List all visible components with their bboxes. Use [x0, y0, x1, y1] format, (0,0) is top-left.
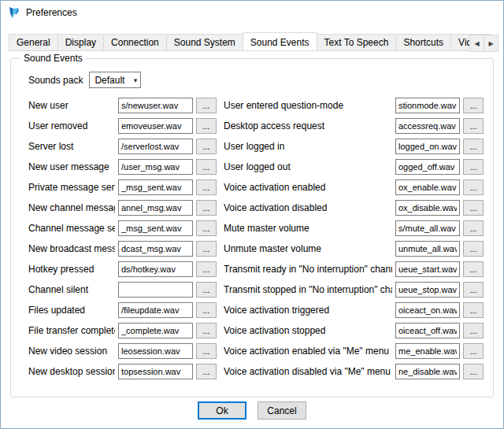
sound-event-label: New desktop session [28, 366, 115, 377]
sound-event-label: Voice activation enabled [224, 182, 392, 193]
browse-button[interactable]: ... [196, 118, 217, 134]
sound-file-input[interactable] [395, 220, 460, 236]
browse-button[interactable]: ... [196, 139, 217, 154]
browse-button[interactable]: ... [196, 261, 217, 277]
browse-button[interactable]: ... [196, 302, 217, 318]
browse-button[interactable]: ... [463, 364, 484, 379]
sound-event-label: New user [28, 100, 115, 111]
sound-file-input[interactable] [395, 179, 460, 195]
sound-file-input[interactable] [395, 302, 460, 318]
sounds-pack-value: Default [94, 75, 124, 86]
sound-event-label: File transfer complete [28, 325, 115, 336]
sound-file-input[interactable] [395, 323, 460, 338]
preferences-window: Preferences GeneralDisplayConnectionSoun… [0, 0, 504, 429]
sound-file-input[interactable] [395, 261, 460, 277]
tab-sound-events[interactable]: Sound Events [243, 32, 317, 51]
sound-file-input[interactable] [118, 200, 193, 216]
sound-file-input[interactable] [395, 200, 460, 216]
browse-button[interactable]: ... [463, 261, 484, 277]
sound-file-input[interactable] [395, 159, 460, 175]
tab-display[interactable]: Display [57, 34, 104, 50]
browse-button[interactable]: ... [196, 241, 217, 257]
sound-event-label: Mute master volume [224, 223, 392, 234]
browse-button[interactable]: ... [196, 159, 217, 175]
tab-sound-system[interactable]: Sound System [166, 34, 243, 50]
sound-file-input[interactable] [118, 364, 193, 379]
sound-event-label: New broadcast message [28, 243, 115, 254]
browse-button[interactable]: ... [196, 282, 217, 298]
tab-bar: GeneralDisplayConnectionSound SystemSoun… [9, 32, 498, 51]
sound-event-label: Private message sent [28, 182, 115, 193]
browse-button[interactable]: ... [463, 200, 484, 216]
sound-file-input[interactable] [395, 282, 460, 298]
browse-button[interactable]: ... [463, 220, 484, 236]
sound-event-label: New user message [28, 161, 115, 172]
tab-shortcuts[interactable]: Shortcuts [395, 34, 451, 50]
sound-event-label: Transmit ready in "No interruption" chan… [224, 264, 392, 275]
sound-event-label: User removed [28, 120, 115, 131]
browse-button[interactable]: ... [196, 364, 217, 379]
cancel-button[interactable]: Cancel [258, 401, 306, 420]
tab-text-to-speech[interactable]: Text To Speech [317, 34, 397, 50]
tab-general[interactable]: General [9, 34, 58, 50]
browse-button[interactable]: ... [196, 179, 217, 195]
browse-button[interactable]: ... [463, 179, 484, 195]
sound-file-input[interactable] [118, 139, 193, 154]
group-title: Sound Events [20, 53, 86, 64]
sounds-pack-select[interactable]: Default ▾ [89, 72, 141, 88]
sound-event-label: User logged out [224, 161, 392, 172]
browse-button[interactable]: ... [463, 323, 484, 338]
sound-file-input[interactable] [395, 343, 460, 359]
browse-button[interactable]: ... [463, 343, 484, 359]
window-title: Preferences [26, 7, 77, 18]
browse-button[interactable]: ... [196, 220, 217, 236]
sounds-pack-row: Sounds pack Default ▾ [28, 72, 487, 88]
sound-event-label: Hotkey pressed [28, 264, 115, 275]
sound-file-input[interactable] [118, 220, 193, 236]
tab-scroll-right-icon[interactable]: ▶ [484, 35, 498, 52]
chevron-down-icon: ▾ [134, 76, 138, 84]
sound-event-label: New video session [28, 346, 115, 357]
browse-button[interactable]: ... [196, 323, 217, 338]
sound-file-input[interactable] [395, 241, 460, 257]
sound-file-input[interactable] [118, 241, 193, 257]
sound-file-input[interactable] [118, 261, 193, 277]
sound-file-input[interactable] [118, 179, 193, 195]
sound-file-input[interactable] [118, 343, 193, 359]
browse-button[interactable]: ... [196, 343, 217, 359]
sound-file-input[interactable] [118, 159, 193, 175]
browse-button[interactable]: ... [196, 200, 217, 216]
titlebar: Preferences [1, 1, 503, 24]
tab-scroll-left-icon[interactable]: ◀ [469, 35, 484, 52]
sound-file-input[interactable] [118, 98, 193, 113]
dialog-footer: Ok Cancel [1, 401, 503, 420]
sound-event-label: Voice activation disabled via "Me" menu [224, 366, 392, 377]
sound-event-label: Voice activation enabled via "Me" menu [224, 346, 392, 357]
browse-button[interactable]: ... [463, 302, 484, 318]
tab-connection[interactable]: Connection [103, 34, 167, 50]
sound-file-input[interactable] [118, 118, 193, 134]
sound-event-label: Channel silent [28, 284, 115, 295]
sound-events-group: Sound Events Sounds pack Default ▾ New u… [10, 53, 494, 398]
browse-button[interactable]: ... [463, 282, 484, 298]
sound-event-label: Transmit stopped in "No interruption" ch… [224, 284, 392, 295]
sound-event-label: Voice activation stopped [224, 325, 392, 336]
ok-button[interactable]: Ok [198, 401, 246, 420]
sound-file-input[interactable] [118, 282, 193, 298]
sound-file-input[interactable] [395, 118, 460, 134]
browse-button[interactable]: ... [463, 118, 484, 134]
browse-button[interactable]: ... [463, 98, 484, 113]
sound-file-input[interactable] [395, 98, 460, 113]
sound-event-label: Channel message sent [28, 223, 115, 234]
sound-event-label: Unmute master volume [224, 243, 392, 254]
browse-button[interactable]: ... [463, 139, 484, 154]
sound-file-input[interactable] [118, 323, 193, 338]
browse-button[interactable]: ... [463, 241, 484, 257]
sound-file-input[interactable] [395, 139, 460, 154]
sound-file-input[interactable] [395, 364, 460, 379]
browse-button[interactable]: ... [463, 159, 484, 175]
browse-button[interactable]: ... [196, 98, 217, 113]
sound-event-label: User entered question-mode [224, 100, 392, 111]
sound-event-label: Desktop access request [224, 120, 392, 131]
sound-file-input[interactable] [118, 302, 193, 318]
